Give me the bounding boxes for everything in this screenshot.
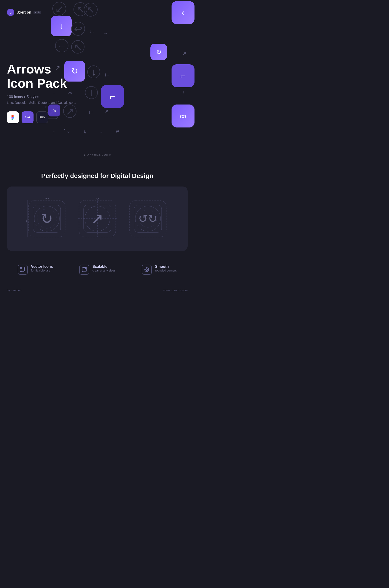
vector-icon-box <box>18 264 28 275</box>
ghost-arrow-3: ↗ <box>178 48 190 59</box>
png-badge: PNG <box>36 111 48 123</box>
ghost-icon-1: ↙ <box>52 2 66 16</box>
svg-text:2px: 2px <box>96 198 99 199</box>
features-row: Vector Icons for flexible use Scalable c… <box>0 262 194 284</box>
version-badge: v1.0 <box>33 11 41 14</box>
feature-smooth-text: Smooth rounded corners <box>155 264 177 272</box>
feature-smooth-subtitle: rounded corners <box>155 269 177 272</box>
grid-icon-cycle: ↺↻ <box>127 198 168 239</box>
svg-rect-23 <box>20 267 22 268</box>
footer-website: www.uxercon.com <box>163 289 188 292</box>
svg-rect-4 <box>11 119 13 120</box>
ghost-arrow-12: ⌃⌄ <box>61 125 72 137</box>
feature-scalable-text: Scalable clear at any sizes <box>93 264 116 272</box>
icon-card-back: ‹ <box>171 1 194 24</box>
ghost-arrow-14: ↕ <box>95 126 107 137</box>
svg-line-32 <box>85 268 86 269</box>
icon-card-infinity: ∞ <box>171 104 194 128</box>
icon-card-corner2: ⌐ <box>101 85 124 108</box>
ghost-arrow-9: ↑↑ <box>85 107 97 118</box>
ghost-icon-3: ↖ <box>84 3 97 17</box>
hero-content: Arrows Icon Pack 100 Icons x 5 styles Li… <box>7 62 76 123</box>
hero-subtitle: 100 Icons x 5 styles <box>7 95 76 99</box>
ghost-icon-6: ↖ <box>71 40 85 54</box>
grid-showcase: 24px 24px ↻ 2px ↗ ↺↻ <box>7 187 188 251</box>
hero-section: ↙ ↖ ↖ ‹ ↓ ↩ ↓↓ → ← ↖ ↻ ↗ ↗ ↻ ↓ ↓↓ ⌐ ↓ ∞ … <box>0 0 194 161</box>
ghost-arrow-13: ↳ <box>79 126 91 138</box>
svg-text:24px: 24px <box>26 219 27 223</box>
ghost-arrow-11: ↑ <box>48 126 60 138</box>
format-badges: SVG PNG <box>7 111 76 123</box>
smooth-icon-box <box>142 264 152 275</box>
ghost-icon-5: ← <box>55 39 68 52</box>
svg-text:24px: 24px <box>45 198 49 199</box>
section-title: Perfectly designed for Digital Design <box>0 161 194 187</box>
header: u Uxercon v1.0 <box>7 9 41 16</box>
feature-vector-text: Vector Icons for flexible use <box>31 264 53 272</box>
figma-badge <box>7 111 19 123</box>
scalable-icon-box <box>79 264 89 275</box>
watermark: ▲ ANYUSJ.COM® <box>83 153 111 156</box>
grid-icon-refresh: 24px 24px ↻ <box>26 198 67 239</box>
feature-scalable-title: Scalable <box>93 264 116 269</box>
feature-vector: Vector Icons for flexible use <box>18 264 53 275</box>
svg-rect-1 <box>13 115 14 117</box>
icon-card-refresh: ↻ <box>150 44 167 60</box>
grid-icon-2-symbol: ↗ <box>91 210 103 227</box>
svg-point-3 <box>13 117 14 119</box>
icon-card-download: ↓ <box>51 16 72 36</box>
feature-scalable: Scalable clear at any sizes <box>79 264 116 275</box>
ghost-arrow-8: ↓. <box>178 86 190 98</box>
svg-rect-2 <box>11 117 13 119</box>
ghost-arrow-2: → <box>100 28 111 39</box>
ghost-arrow-1: ↓↓ <box>86 25 97 37</box>
svg-point-34 <box>146 269 148 271</box>
feature-vector-subtitle: for flexible use <box>31 269 53 272</box>
feature-vector-title: Vector Icons <box>31 264 53 269</box>
svg-rect-25 <box>20 271 22 272</box>
grid-icon-expand: 2px ↗ <box>77 198 118 239</box>
ghost-icon-4: ↩ <box>71 22 85 35</box>
ghost-icon-7: ↓ <box>87 65 100 78</box>
svg-badge: SVG <box>22 111 33 123</box>
feature-smooth-title: Smooth <box>155 264 177 269</box>
ghost-arrow-15: ⇄ <box>111 125 123 137</box>
svg-rect-0 <box>11 115 13 117</box>
footer: by uxercon www.uxercon.com <box>0 284 194 299</box>
feature-smooth: Smooth rounded corners <box>142 264 177 275</box>
feature-scalable-subtitle: clear at any sizes <box>93 269 116 272</box>
logo-icon: u <box>7 9 14 16</box>
hero-description: Line, Duocolor, Solid, Duotone and Gesta… <box>7 101 76 104</box>
ghost-arrow-10: ✕ <box>101 106 113 117</box>
footer-credit: by uxercon <box>7 289 22 292</box>
ghost-icon-8: ↓ <box>85 86 98 99</box>
grid-icon-1-symbol: ↻ <box>41 210 53 227</box>
grid-icon-3-symbol: ↺↻ <box>138 212 158 225</box>
svg-rect-26 <box>24 271 25 272</box>
hero-title: Arrows Icon Pack <box>7 62 76 90</box>
ghost-arrow-5: ↓↓ <box>101 69 113 80</box>
icon-card-corner: ⌐ <box>171 64 194 87</box>
svg-rect-24 <box>24 267 25 268</box>
brand-name: Uxercon <box>17 10 31 14</box>
